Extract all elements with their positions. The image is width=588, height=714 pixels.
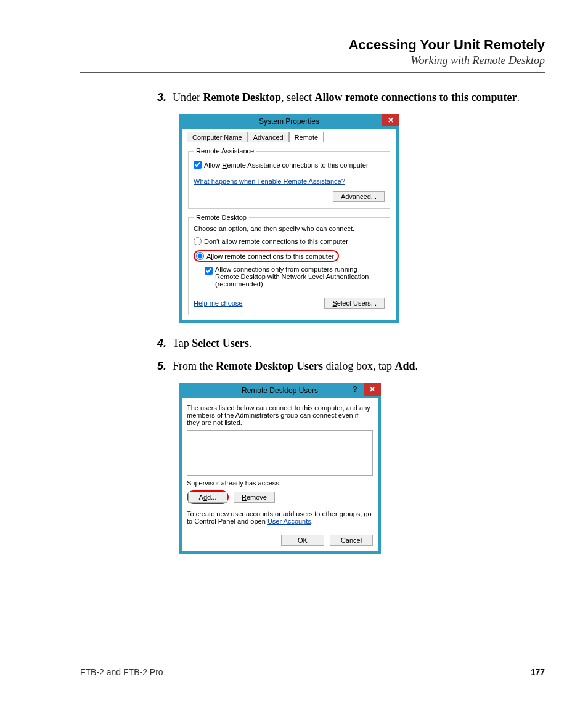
allow-remote-assistance-checkbox[interactable]: Allow Remote Assistance connections to t… — [194, 161, 385, 169]
step-text: Tap Select Users. — [173, 336, 545, 351]
advanced-button[interactable]: Advanced... — [333, 191, 385, 202]
checkbox-label: Allow Remote Assistance connections to t… — [204, 161, 369, 169]
tab-remote[interactable]: Remote — [289, 132, 324, 142]
text: Tap — [173, 337, 192, 349]
remote-desktop-users-dialog: Remote Desktop Users ? ✕ The users liste… — [179, 383, 381, 554]
help-icon[interactable]: ? — [346, 383, 364, 396]
tabs: Computer Name Advanced Remote — [187, 131, 391, 142]
group-legend: Remote Assistance — [194, 147, 256, 155]
add-button[interactable]: Add... — [188, 492, 227, 503]
remote-desktop-group: Remote Desktop Choose an option, and the… — [188, 214, 390, 315]
nla-checkbox[interactable]: Allow connections only from computers ru… — [205, 266, 385, 288]
page-title: Accessing Your Unit Remotely — [80, 37, 545, 53]
text-bold: Select Users — [192, 337, 248, 349]
note-text: To create new user accounts or add users… — [187, 510, 373, 525]
intro-text: Choose an option, and then specify who c… — [194, 225, 385, 232]
text: , select — [281, 91, 314, 103]
checkbox-label: Allow connections only from computers ru… — [215, 266, 382, 288]
intro-text: The users listed below can connect to th… — [187, 404, 373, 426]
dont-allow-radio[interactable]: Don't allow remote connections to this c… — [194, 237, 385, 245]
text-bold: Remote Desktop — [203, 91, 280, 103]
text-bold: Remote Desktop Users — [216, 360, 323, 372]
system-properties-dialog: System Properties ✕ Computer Name Advanc… — [179, 114, 399, 323]
text: . — [415, 360, 418, 372]
remote-assistance-group: Remote Assistance Allow Remote Assistanc… — [188, 147, 390, 209]
step-4: 4. Tap Select Users. — [148, 336, 545, 351]
step-3: 3. Under Remote Desktop, select Allow re… — [148, 90, 545, 105]
allow-remote-radio[interactable]: Allow remote connections to this compute… — [196, 252, 334, 260]
checkbox-input[interactable] — [194, 161, 202, 169]
header-divider — [80, 72, 545, 73]
group-legend: Remote Desktop — [194, 214, 249, 221]
tab-advanced[interactable]: Advanced — [248, 132, 289, 142]
radio-input[interactable] — [194, 237, 202, 245]
users-listbox[interactable] — [187, 430, 373, 476]
text: Under — [173, 91, 203, 103]
text: From the — [173, 360, 216, 372]
highlight-oval: Add... — [187, 490, 229, 504]
radio-label: Allow remote connections to this compute… — [206, 253, 334, 260]
product-name: FTB-2 and FTB-2 Pro — [80, 667, 163, 677]
checkbox-input[interactable] — [205, 267, 213, 275]
step-5: 5. From the Remote Desktop Users dialog … — [148, 359, 545, 374]
radio-input[interactable] — [196, 252, 204, 260]
page-number: 177 — [531, 667, 545, 677]
cancel-button[interactable]: Cancel — [330, 535, 373, 546]
close-icon[interactable]: ✕ — [364, 383, 381, 396]
text: . — [517, 91, 520, 103]
text-bold: Allow remote connections to this compute… — [314, 91, 517, 103]
step-number: 4. — [148, 336, 173, 351]
tab-computer-name[interactable]: Computer Name — [187, 132, 248, 142]
what-happens-link[interactable]: What happens when I enable Remote Assist… — [194, 177, 345, 185]
step-number: 3. — [148, 90, 173, 105]
remove-button[interactable]: Remove — [234, 492, 275, 503]
page-subtitle: Working with Remote Desktop — [80, 54, 545, 67]
help-me-choose-link[interactable]: Help me choose — [194, 299, 243, 307]
step-text: From the Remote Desktop Users dialog box… — [173, 359, 545, 374]
step-text: Under Remote Desktop, select Allow remot… — [173, 90, 545, 105]
ok-button[interactable]: OK — [281, 535, 324, 546]
highlight-oval: Allow remote connections to this compute… — [194, 250, 339, 262]
titlebar: System Properties ✕ — [179, 114, 399, 129]
text: dialog box, tap — [323, 360, 394, 372]
close-icon[interactable]: ✕ — [382, 114, 399, 126]
select-users-button[interactable]: Select Users... — [324, 298, 385, 309]
titlebar: Remote Desktop Users ? ✕ — [179, 383, 381, 398]
user-accounts-link[interactable]: User Accounts — [267, 517, 311, 525]
page-footer: FTB-2 and FTB-2 Pro 177 — [80, 667, 545, 677]
text-bold: Add — [394, 360, 415, 372]
access-text: Supervisor already has access. — [187, 479, 373, 487]
dialog-title: System Properties — [179, 117, 399, 126]
step-number: 5. — [148, 359, 173, 374]
radio-label: Don't allow remote connections to this c… — [204, 238, 348, 245]
text: . — [249, 337, 252, 349]
